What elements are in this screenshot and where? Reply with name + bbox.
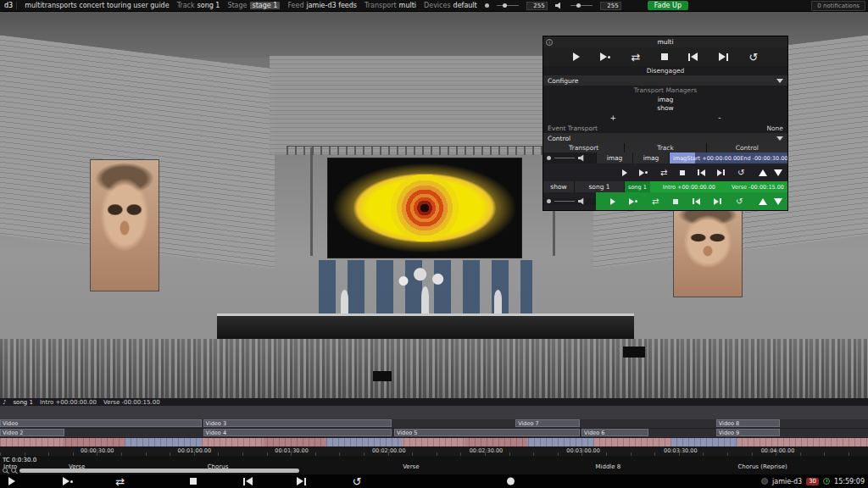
- empty-lane[interactable]: [0, 406, 868, 419]
- volume-value[interactable]: 255: [600, 2, 621, 10]
- volume-slider[interactable]: [570, 5, 593, 6]
- time-ruler[interactable]: 00:00:30.0000:01:00.0000:01:30.0000:02:0…: [0, 446, 868, 456]
- layer-video-4[interactable]: Video 4: [203, 429, 392, 436]
- tab-control[interactable]: Control: [707, 143, 787, 152]
- layer-video-3[interactable]: Video 3: [203, 419, 392, 427]
- record-button[interactable]: [507, 478, 515, 485]
- multi-loop-button[interactable]: [632, 52, 641, 63]
- layer-video-7[interactable]: Video 7: [515, 419, 580, 427]
- menu-devices[interactable]: Devices default: [424, 2, 477, 9]
- menu-feed-value[interactable]: jamie-d3 feeds: [306, 2, 357, 9]
- stop-button[interactable]: [190, 478, 197, 485]
- info-icon[interactable]: [546, 39, 553, 46]
- previous-section-button[interactable]: [243, 477, 253, 485]
- imag-stop-button[interactable]: [680, 170, 685, 175]
- strip-segment[interactable]: [594, 438, 670, 446]
- timeline-scrollbar[interactable]: [19, 469, 299, 473]
- strip-segment[interactable]: [737, 438, 868, 446]
- imag-name-cell[interactable]: imag: [597, 152, 632, 164]
- menu-stage-value[interactable]: stage 1: [250, 2, 281, 9]
- play-button[interactable]: [8, 477, 15, 485]
- fade-up-button[interactable]: Fade Up: [648, 1, 688, 10]
- strip-segment[interactable]: [63, 438, 125, 446]
- show-loop-button[interactable]: [652, 197, 659, 206]
- next-section-button[interactable]: [297, 477, 306, 485]
- menu-feed[interactable]: Feed jamie-d3 feeds: [287, 2, 357, 9]
- menu-stage[interactable]: Stage stage 1: [227, 2, 280, 9]
- layer-row-1[interactable]: VideoVideo 3Video 7Video 8: [0, 419, 868, 429]
- strip-segment[interactable]: [326, 438, 402, 446]
- strip-segment[interactable]: [125, 438, 201, 446]
- tab-transport[interactable]: Transport: [543, 143, 624, 152]
- layer-video-2[interactable]: Video 2: [0, 429, 64, 436]
- layer-video-9[interactable]: Video 9: [716, 429, 780, 436]
- menu-track[interactable]: Track song 1: [177, 2, 220, 9]
- imag-play-button[interactable]: [622, 169, 627, 176]
- manager-show[interactable]: show: [543, 103, 787, 112]
- manager-imag[interactable]: imag: [543, 95, 787, 103]
- timeline-track-name[interactable]: song 1: [13, 399, 33, 406]
- show-timeline-bar[interactable]: song 1 Intro +00:00:00.00 Verse -00:00:1…: [625, 181, 787, 192]
- zoom-out-icon[interactable]: [3, 468, 8, 473]
- down-arrow-icon[interactable]: [774, 198, 782, 205]
- menu-transport[interactable]: Transport multi: [364, 2, 416, 9]
- strip-segment[interactable]: [527, 438, 595, 446]
- add-manager-button[interactable]: +: [610, 114, 617, 122]
- show-play-section-button[interactable]: [629, 198, 637, 205]
- multi-play-section-button[interactable]: [600, 53, 610, 61]
- imag-loop-button[interactable]: [660, 169, 667, 177]
- strip-segment[interactable]: [402, 438, 465, 446]
- layer-video[interactable]: Video: [0, 419, 202, 427]
- show-next-section-button[interactable]: [714, 198, 721, 205]
- layer-row-2[interactable]: Video 2Video 4Video 5Video 6Video 9: [0, 429, 868, 438]
- menu-track-value[interactable]: song 1: [198, 2, 220, 9]
- multi-play-button[interactable]: [573, 53, 580, 61]
- imag-return-to-start-button[interactable]: [737, 169, 744, 177]
- show-volume[interactable]: [543, 198, 596, 205]
- menu-devices-value[interactable]: default: [453, 2, 477, 9]
- d3-logo[interactable]: d3: [3, 2, 17, 9]
- machine-name[interactable]: jamie-d3: [772, 478, 802, 485]
- down-arrow-icon[interactable]: [774, 169, 782, 176]
- show-play-button[interactable]: [610, 198, 615, 205]
- remove-manager-button[interactable]: -: [718, 114, 721, 122]
- multi-stop-button[interactable]: [661, 53, 668, 60]
- multi-next-section-button[interactable]: [719, 53, 728, 61]
- tab-track[interactable]: Track: [625, 143, 705, 152]
- strip-segment[interactable]: [671, 438, 738, 446]
- brightness-slider[interactable]: [497, 5, 519, 6]
- loop-section-button[interactable]: [115, 475, 125, 488]
- multi-previous-section-button[interactable]: [688, 53, 698, 61]
- return-to-start-button[interactable]: [353, 475, 362, 488]
- show-previous-section-button[interactable]: [693, 198, 700, 205]
- show-return-to-start-button[interactable]: [736, 197, 743, 206]
- strip-segment[interactable]: [0, 438, 63, 446]
- notifications-button[interactable]: 0 notifications: [811, 1, 865, 11]
- project-title[interactable]: multitransports concert touring user gui…: [25, 2, 169, 9]
- up-arrow-icon[interactable]: [759, 169, 767, 176]
- imag-play-section-button[interactable]: [639, 169, 648, 176]
- play-section-button[interactable]: [63, 477, 73, 485]
- control-header[interactable]: Control: [543, 133, 787, 143]
- imag-previous-section-button[interactable]: [698, 169, 705, 176]
- imag-next-section-button[interactable]: [717, 169, 725, 176]
- stage-visualizer[interactable]: multi Disengaged Configure Transport Man…: [0, 12, 868, 398]
- strip-segment[interactable]: [202, 438, 264, 446]
- panel-titlebar[interactable]: multi: [543, 36, 787, 47]
- imag-timeline-bar[interactable]: imag Start +00:00:00.00 End -00:00:30.00: [670, 152, 787, 164]
- slider-knob[interactable]: [547, 156, 551, 160]
- layer-video-6[interactable]: Video 6: [581, 429, 648, 436]
- up-arrow-icon[interactable]: [759, 198, 767, 205]
- menu-transport-value[interactable]: multi: [399, 2, 416, 9]
- layer-video-8[interactable]: Video 8: [716, 419, 780, 427]
- zoom-in-icon[interactable]: [11, 468, 16, 473]
- imag-volume[interactable]: [543, 152, 596, 164]
- brightness-value[interactable]: 255: [526, 2, 548, 10]
- show-track-cell[interactable]: song 1: [575, 181, 624, 192]
- configure-header[interactable]: Configure: [543, 75, 787, 86]
- event-transport-value[interactable]: None: [766, 125, 783, 132]
- strip-segment[interactable]: [264, 438, 326, 446]
- section-strip[interactable]: [0, 438, 868, 446]
- show-name-cell[interactable]: show: [543, 181, 574, 192]
- layer-video-5[interactable]: Video 5: [394, 429, 580, 436]
